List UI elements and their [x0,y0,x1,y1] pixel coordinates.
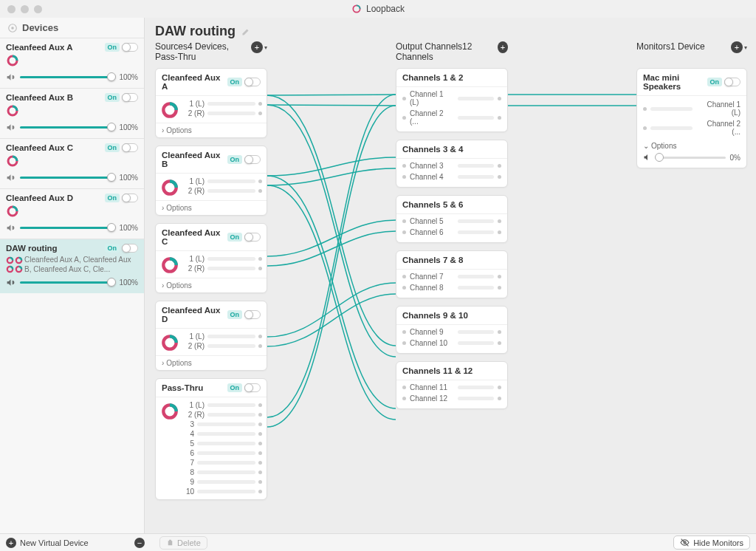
output-card[interactable]: Channels 11 & 12 Channel 11 Channel 12 [396,361,508,409]
output-port[interactable] [498,219,501,223]
output-port[interactable] [258,102,262,106]
output-card[interactable]: Channels 3 & 4 Channel 3 Channel 4 [396,140,508,188]
input-port[interactable] [402,286,406,290]
device-toggle[interactable]: On [105,194,139,202]
monitor-volume-slider[interactable]: 0% [643,153,740,162]
input-port[interactable] [402,116,406,120]
input-port[interactable] [402,341,406,345]
device-toggle[interactable]: On [105,244,139,253]
output-port[interactable] [258,480,262,484]
source-card[interactable]: Cleanfeed Aux COn 1 (L) 2 (R) ›Options [155,223,267,293]
options-disclosure[interactable]: ›Options [156,355,267,370]
output-port[interactable] [498,116,501,120]
output-port[interactable] [258,442,262,445]
output-port[interactable] [258,470,262,474]
input-port[interactable] [402,175,406,179]
source-toggle[interactable]: On [227,383,261,392]
input-port[interactable] [402,275,406,278]
source-card[interactable]: Cleanfeed Aux DOn 1 (L) 2 (R) ›Options [155,301,267,371]
output-card[interactable]: Channels 1 & 2 Channel 1 (L) Channel 2 (… [396,68,508,132]
output-port[interactable] [498,275,501,278]
window-controls[interactable] [0,5,42,13]
volume-slider[interactable]: 100% [6,71,138,85]
output-port[interactable] [258,461,262,465]
input-port[interactable] [402,97,406,100]
volume-slider[interactable]: 100% [6,276,138,290]
loopback-device-icon [6,154,19,168]
output-card[interactable]: Channels 9 & 10 Channel 9 Channel 10 [396,306,508,354]
sidebar-device-item[interactable]: Cleanfeed Aux C On 100% [0,138,144,188]
output-port[interactable] [498,230,501,234]
output-card[interactable]: Channels 7 & 8 Channel 7 Channel 8 [396,250,508,298]
input-port[interactable] [402,219,406,223]
sidebar-device-item-active[interactable]: DAW routing On Cleanfeed Aux A, Cleanfee… [0,239,144,293]
source-toggle[interactable]: On [227,310,261,319]
loopback-device-icon [6,256,14,264]
close-icon[interactable] [7,5,16,13]
output-port[interactable] [258,179,262,183]
output-port[interactable] [258,432,262,436]
device-toggle[interactable]: On [105,43,139,52]
input-port[interactable] [402,164,406,168]
remove-device-button[interactable]: − [134,538,145,548]
hide-monitors-button[interactable]: Hide Monitors [673,535,750,550]
volume-slider[interactable]: 100% [6,222,138,236]
source-card[interactable]: Cleanfeed Aux BOn 1 (L) 2 (R) ›Options [155,146,267,216]
input-port[interactable] [643,126,647,130]
chevron-right-icon: › [162,281,164,290]
sidebar-device-item[interactable]: Cleanfeed Aux A On 100% [0,38,144,88]
output-port[interactable] [498,97,501,100]
monitor-card[interactable]: Mac mini SpeakersOn Channel 1 (L) Channe… [636,68,747,168]
output-port[interactable] [258,490,262,493]
output-port[interactable] [498,330,501,334]
new-virtual-device-button[interactable]: +New Virtual Device [6,538,89,548]
options-disclosure[interactable]: ⌄Options [643,142,740,150]
monitor-toggle[interactable]: On [707,78,741,86]
add-monitor-button[interactable]: +▾ [731,41,747,53]
edit-icon[interactable] [241,27,250,36]
output-port[interactable] [498,164,501,168]
input-port[interactable] [402,397,406,400]
output-port[interactable] [258,413,262,417]
passthru-card[interactable]: Pass-ThruOn 1 (L) 2 (R) 3 4 5 6 7 8 9 10 [155,378,267,500]
source-toggle[interactable]: On [227,233,261,242]
options-disclosure[interactable]: ›Options [156,123,267,137]
output-port[interactable] [258,267,262,270]
output-port[interactable] [498,397,501,400]
output-port[interactable] [498,386,501,389]
output-port[interactable] [498,341,501,345]
volume-slider[interactable]: 100% [6,121,138,135]
device-toggle[interactable]: On [105,93,139,102]
speaker-icon [6,72,16,82]
options-disclosure[interactable]: ›Options [156,278,267,292]
sidebar-device-item[interactable]: Cleanfeed Aux D On 100% [0,188,144,239]
source-toggle[interactable]: On [227,155,261,164]
output-port[interactable] [258,112,262,115]
output-port[interactable] [258,422,262,426]
speaker-icon [6,173,16,182]
delete-button[interactable]: Delete [159,536,207,550]
input-port[interactable] [643,107,647,111]
add-source-button[interactable]: +▾ [251,41,267,53]
zoom-icon[interactable] [34,5,42,13]
volume-slider[interactable]: 100% [6,171,138,185]
sidebar-device-item[interactable]: Cleanfeed Aux B On 100% [0,88,144,138]
source-toggle[interactable]: On [227,78,261,86]
output-port[interactable] [258,451,262,455]
options-disclosure[interactable]: ›Options [156,200,267,215]
output-port[interactable] [498,286,501,290]
add-output-button[interactable]: + [498,41,508,53]
output-port[interactable] [258,335,262,338]
input-port[interactable] [402,386,406,389]
source-card[interactable]: Cleanfeed Aux AOn 1 (L) 2 (R) ›Options [155,68,267,138]
output-port[interactable] [258,189,262,193]
output-port[interactable] [258,257,262,261]
input-port[interactable] [402,330,406,334]
input-port[interactable] [402,230,406,234]
output-port[interactable] [258,403,262,407]
output-port[interactable] [498,175,501,179]
minimize-icon[interactable] [21,5,29,13]
output-port[interactable] [258,344,262,348]
output-card[interactable]: Channels 5 & 6 Channel 5 Channel 6 [396,195,508,243]
device-toggle[interactable]: On [105,143,139,152]
